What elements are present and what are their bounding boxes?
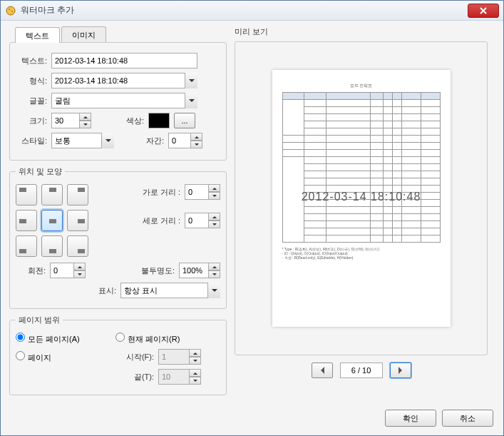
preview-label: 미리 보기 [235, 26, 488, 37]
from-down [190, 357, 201, 365]
rotate-up[interactable] [74, 263, 86, 270]
app-icon [5, 5, 16, 16]
size-up[interactable] [80, 113, 91, 121]
radio-current-page[interactable] [115, 333, 125, 342]
format-combo[interactable]: 2012-03-14 18:10:48 [51, 73, 197, 88]
label-color: 색상: [120, 116, 148, 126]
hdist-up[interactable] [209, 184, 220, 192]
tracking-up[interactable] [191, 133, 202, 141]
hdist-spinner[interactable] [185, 184, 209, 200]
opacity-down[interactable] [209, 270, 220, 278]
label-font: 글꼴: [17, 96, 51, 106]
pos-tr[interactable] [67, 184, 88, 206]
preview-document: 모드 요약표 [272, 70, 451, 327]
chevron-right-icon [398, 367, 406, 374]
close-icon [480, 7, 487, 14]
size-spinner[interactable] [51, 113, 80, 128]
size-down[interactable] [80, 121, 91, 128]
pos-br[interactable] [67, 235, 88, 257]
opacity-spinner[interactable] [179, 263, 209, 278]
preview-area: 모드 요약표 [235, 41, 488, 355]
tracking-down[interactable] [191, 141, 202, 148]
color-swatch[interactable] [148, 113, 170, 128]
label-size: 크기: [17, 116, 51, 126]
titlebar: 워터마크 추가 [1, 1, 503, 21]
radio-pages-label: 페이지 [28, 353, 51, 362]
pos-mc[interactable] [41, 210, 63, 231]
from-spinner [158, 349, 190, 365]
page-number-display: 6 / 10 [340, 363, 383, 378]
label-display: 표시: [98, 285, 120, 296]
close-button[interactable] [468, 4, 499, 18]
tracking-spinner[interactable] [168, 133, 191, 148]
pos-bl[interactable] [16, 235, 37, 257]
opacity-up[interactable] [209, 263, 220, 270]
text-input[interactable] [51, 53, 197, 69]
tab-text-label: 텍스트 [26, 31, 49, 40]
to-down [190, 377, 201, 385]
label-rotate: 회전: [16, 265, 50, 276]
label-opacity: 불투명도: [86, 265, 179, 276]
next-page-button[interactable] [390, 363, 411, 378]
cancel-label: 취소 [460, 414, 475, 422]
to-spinner [158, 369, 190, 385]
vdist-spinner[interactable] [185, 213, 209, 228]
pos-tl[interactable] [16, 184, 37, 206]
label-tracking: 자간: [127, 136, 168, 146]
tab-image-label: 이미지 [72, 31, 96, 39]
vdist-down[interactable] [209, 220, 220, 228]
label-format: 형식: [17, 76, 51, 86]
tab-image[interactable]: 이미지 [61, 26, 106, 42]
radio-all-label: 모든 페이지(A) [28, 335, 80, 343]
label-to: 끝(T): [115, 372, 158, 382]
vdist-up[interactable] [209, 213, 220, 220]
ellipsis-label: ... [181, 116, 187, 125]
from-up [190, 349, 201, 357]
svg-point-2 [11, 11, 13, 12]
label-style: 스타일: [17, 136, 51, 146]
tabstrip: 텍스트 이미지 [15, 26, 227, 42]
label-from: 시작(F): [115, 352, 158, 363]
window-title: 워터마크 추가 [21, 4, 468, 16]
radio-page-range[interactable] [16, 351, 25, 360]
svg-point-1 [9, 9, 10, 10]
radio-current-label: 현재 페이지(R) [128, 335, 180, 343]
ok-label: 확인 [403, 414, 418, 422]
rotate-down[interactable] [74, 270, 86, 278]
ok-button[interactable]: 확인 [385, 410, 436, 427]
cancel-button[interactable]: 취소 [442, 410, 493, 427]
chevron-left-icon [317, 367, 324, 374]
label-hdist: 가로 거리 : [133, 187, 185, 198]
label-vdist: 세로 거리 : [133, 216, 185, 226]
position-grid [16, 184, 88, 257]
pos-tc[interactable] [41, 184, 63, 206]
label-text: 텍스트: [17, 56, 51, 66]
hdist-down[interactable] [209, 192, 220, 200]
style-combo[interactable]: 보통 [51, 133, 114, 148]
legend-position: 위치 및 모양 [16, 166, 65, 177]
color-more-button[interactable]: ... [174, 113, 195, 128]
font-combo[interactable]: 굴림 [51, 93, 197, 108]
pos-bc[interactable] [41, 235, 63, 257]
rotate-spinner[interactable] [50, 263, 74, 278]
legend-range: 페이지 범위 [16, 315, 63, 325]
pos-ml[interactable] [16, 210, 37, 231]
prev-page-button[interactable] [312, 363, 333, 378]
radio-all-pages[interactable] [16, 333, 25, 342]
pos-mr[interactable] [67, 210, 88, 231]
tab-text[interactable]: 텍스트 [15, 27, 60, 43]
svg-point-0 [6, 6, 15, 15]
to-up [190, 369, 201, 377]
display-combo[interactable]: 항상 표시 [120, 283, 220, 298]
